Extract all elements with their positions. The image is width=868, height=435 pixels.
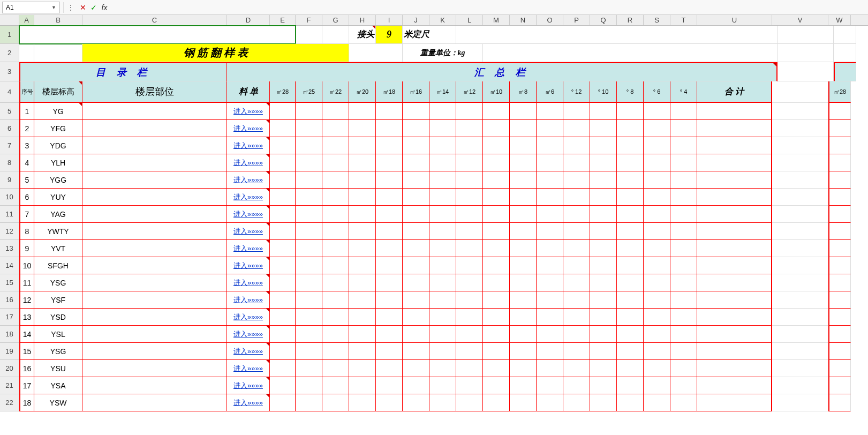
cell-enter-link[interactable]: 进入»»»» — [227, 343, 270, 360]
cell[interactable] — [403, 343, 429, 360]
row-header[interactable]: 3 — [0, 62, 19, 81]
cell[interactable] — [456, 343, 483, 360]
cell[interactable] — [772, 326, 828, 343]
cell[interactable] — [644, 120, 670, 137]
cell[interactable] — [537, 360, 563, 377]
cell[interactable] — [456, 103, 483, 120]
col-header[interactable]: M — [483, 15, 510, 25]
cell[interactable] — [510, 240, 537, 257]
cell[interactable] — [617, 154, 644, 171]
cell[interactable] — [537, 171, 563, 189]
cell[interactable] — [670, 257, 697, 274]
col-header[interactable]: J — [403, 15, 429, 25]
cell[interactable] — [403, 326, 429, 343]
cell-heji[interactable] — [697, 343, 772, 360]
cell[interactable] — [376, 394, 403, 411]
cell[interactable] — [828, 394, 851, 411]
cell[interactable] — [617, 223, 644, 240]
cell-seq[interactable]: 16 — [19, 360, 34, 377]
cell-seq[interactable]: 4 — [19, 154, 34, 171]
row-header[interactable]: 7 — [0, 137, 19, 154]
cell-col-header[interactable]: ° 8 — [617, 81, 644, 103]
cell[interactable] — [510, 377, 537, 394]
cell[interactable] — [296, 274, 322, 291]
cell[interactable] — [590, 154, 617, 171]
cell-seq[interactable]: 9 — [19, 240, 34, 257]
cell[interactable] — [483, 189, 510, 206]
cell-seq[interactable]: 2 — [19, 120, 34, 137]
cell[interactable] — [456, 360, 483, 377]
cell[interactable] — [644, 291, 670, 309]
cell-unit[interactable]: 重量单位：kg — [403, 44, 483, 62]
cell-col-header[interactable]: ㎡28 — [270, 81, 296, 103]
cell[interactable] — [270, 240, 296, 257]
cell[interactable] — [778, 26, 834, 44]
cell[interactable] — [590, 120, 617, 137]
col-header[interactable]: E — [270, 15, 296, 25]
cell-heji[interactable] — [697, 360, 772, 377]
cell[interactable] — [349, 343, 376, 360]
cell[interactable] — [590, 309, 617, 326]
cell-col-header[interactable]: ㎡18 — [376, 81, 403, 103]
cell[interactable] — [270, 360, 296, 377]
cell[interactable] — [270, 291, 296, 309]
enter-link[interactable]: 进入»»»» — [233, 244, 263, 253]
cell[interactable] — [537, 326, 563, 343]
cell[interactable] — [537, 120, 563, 137]
cell-buwei[interactable] — [82, 394, 227, 411]
cell[interactable] — [403, 120, 429, 137]
cell-code[interactable]: YSL — [34, 326, 82, 343]
cell[interactable] — [270, 154, 296, 171]
cell[interactable] — [510, 274, 537, 291]
cell[interactable] — [270, 189, 296, 206]
cell[interactable] — [563, 360, 590, 377]
cell[interactable] — [563, 171, 590, 189]
cell[interactable] — [349, 103, 376, 120]
cell[interactable] — [537, 137, 563, 154]
cell[interactable] — [483, 377, 510, 394]
cell[interactable] — [456, 154, 483, 171]
cell[interactable] — [403, 154, 429, 171]
cell[interactable] — [772, 377, 828, 394]
cell[interactable] — [322, 26, 349, 44]
cell[interactable] — [644, 343, 670, 360]
cell[interactable] — [828, 360, 851, 377]
cell[interactable] — [537, 223, 563, 240]
cell[interactable] — [778, 62, 834, 81]
cell-code[interactable]: YSU — [34, 360, 82, 377]
enter-link[interactable]: 进入»»»» — [233, 107, 263, 116]
cell-heji[interactable] — [697, 240, 772, 257]
cell-buwei[interactable] — [82, 189, 227, 206]
cell[interactable] — [376, 120, 403, 137]
cell[interactable] — [429, 394, 456, 411]
enter-link[interactable]: 进入»»»» — [233, 175, 263, 185]
cell[interactable] — [296, 206, 322, 223]
cell[interactable] — [828, 189, 851, 206]
formula-input[interactable] — [112, 2, 866, 13]
cell-buwei-header[interactable]: 楼层部位 — [82, 81, 227, 103]
row-header[interactable]: 19 — [0, 343, 19, 360]
cell[interactable] — [403, 171, 429, 189]
col-header[interactable]: Q — [590, 15, 617, 25]
cell[interactable] — [590, 171, 617, 189]
cell[interactable] — [510, 223, 537, 240]
cell[interactable] — [617, 171, 644, 189]
cell-code[interactable]: SFGH — [34, 257, 82, 274]
cell[interactable] — [828, 343, 851, 360]
cell[interactable] — [483, 206, 510, 223]
cell[interactable] — [403, 240, 429, 257]
cell[interactable] — [322, 309, 349, 326]
cell[interactable] — [563, 189, 590, 206]
cell[interactable] — [403, 360, 429, 377]
more-icon[interactable]: ⋮ — [67, 3, 74, 12]
cell-buwei[interactable] — [82, 291, 227, 309]
enter-link[interactable]: 进入»»»» — [233, 209, 263, 219]
cell-seq[interactable]: 12 — [19, 291, 34, 309]
cell[interactable] — [617, 326, 644, 343]
fx-icon[interactable]: fx — [99, 3, 110, 12]
cell[interactable] — [296, 189, 322, 206]
cell-enter-link[interactable]: 进入»»»» — [227, 377, 270, 394]
row-header[interactable]: 22 — [0, 394, 19, 411]
cell[interactable] — [670, 360, 697, 377]
cell[interactable] — [483, 223, 510, 240]
